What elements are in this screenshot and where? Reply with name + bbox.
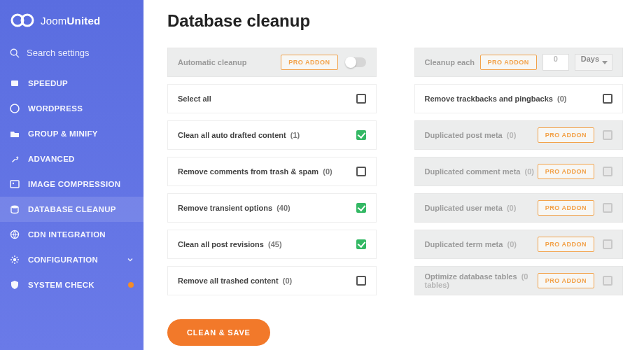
select-all-checkbox[interactable] xyxy=(356,94,366,104)
nav-database-cleanup[interactable]: DATABASE CLEANUP xyxy=(0,197,144,222)
main: Database cleanup Automatic cleanup PRO A… xyxy=(144,0,644,350)
checkbox[interactable] xyxy=(356,276,366,286)
row-label: Remove trackbacks and pingbacks (0) xyxy=(425,94,603,103)
pro-addon-badge: PRO ADDON xyxy=(538,200,594,216)
search-placeholder: Search settings xyxy=(27,48,90,58)
svg-rect-4 xyxy=(11,80,18,86)
page-title: Database cleanup xyxy=(167,11,623,31)
checkbox-disabled xyxy=(603,276,612,286)
row-label: Remove comments from trash & spam (0) xyxy=(178,167,356,176)
automatic-cleanup-row: Automatic cleanup PRO ADDON xyxy=(167,48,377,77)
cleanup-option-row[interactable]: Remove comments from trash & spam (0) xyxy=(167,157,377,186)
cleanup-option-row[interactable]: Remove transient options (40) xyxy=(167,193,377,223)
nav-group-minify[interactable]: GROUP & MINIFY xyxy=(0,121,144,146)
alert-dot-icon xyxy=(128,282,134,288)
clean-save-button[interactable]: CLEAN & SAVE xyxy=(167,319,270,346)
checkbox-disabled xyxy=(603,167,612,176)
automatic-cleanup-toggle[interactable] xyxy=(346,57,366,67)
pro-option-row: Duplicated post meta (0)PRO ADDON xyxy=(414,120,624,150)
row-label: Duplicated comment meta (0) xyxy=(425,167,538,176)
checkbox[interactable] xyxy=(356,167,366,176)
nav-speedup[interactable]: SPEEDUP xyxy=(0,71,144,96)
row-label: Optimize database tables (0 tables) xyxy=(425,272,538,289)
svg-line-3 xyxy=(16,55,19,57)
svg-point-2 xyxy=(10,49,17,55)
svg-point-5 xyxy=(10,104,19,113)
checkbox[interactable] xyxy=(356,239,366,249)
checkbox[interactable] xyxy=(356,130,366,140)
search-icon xyxy=(10,48,20,58)
nav-advanced[interactable]: ADVANCED xyxy=(0,146,144,172)
search-input[interactable]: Search settings xyxy=(0,41,144,71)
brand-text: JoomUnited xyxy=(41,15,100,27)
svg-point-7 xyxy=(13,183,14,184)
select-all-label: Select all xyxy=(178,94,356,103)
nav-configuration[interactable]: CONFIGURATION xyxy=(0,247,144,272)
checkbox[interactable] xyxy=(356,203,366,213)
svg-rect-6 xyxy=(10,181,19,188)
nav: SPEEDUP WORDPRESS GROUP & MINIFY ADVANCE… xyxy=(0,71,144,298)
triangle-down-icon xyxy=(602,61,608,64)
row-label: Duplicated term meta (0) xyxy=(425,240,538,248)
cleanup-each-input[interactable]: 0 xyxy=(542,54,569,71)
pro-option-row: Duplicated term meta (0)PRO ADDON xyxy=(414,230,624,259)
pro-addon-badge: PRO ADDON xyxy=(538,127,594,143)
svg-point-8 xyxy=(11,206,18,209)
sidebar: JoomUnited Search settings SPEEDUP WORDP… xyxy=(0,0,144,350)
pro-addon-badge: PRO ADDON xyxy=(538,237,594,252)
select-all-row[interactable]: Select all xyxy=(167,84,377,113)
pro-option-row: Duplicated user meta (0)PRO ADDON xyxy=(414,193,624,223)
svg-point-10 xyxy=(13,258,16,261)
row-label: Remove all trashed content (0) xyxy=(178,276,356,285)
checkbox[interactable] xyxy=(603,94,612,104)
wordpress-icon xyxy=(10,104,20,113)
remove-trackbacks-row[interactable]: Remove trackbacks and pingbacks (0) xyxy=(414,84,624,113)
chevron-down-icon xyxy=(127,256,134,263)
globe-icon xyxy=(10,230,20,239)
row-label: Clean all post revisions (45) xyxy=(178,240,356,248)
gauge-icon xyxy=(10,78,20,88)
database-icon xyxy=(10,204,20,214)
pro-addon-badge: PRO ADDON xyxy=(538,273,594,288)
pro-addon-badge: PRO ADDON xyxy=(281,55,337,70)
cleanup-each-row: Cleanup each PRO ADDON 0 Days xyxy=(414,48,624,77)
nav-system-check[interactable]: SYSTEM CHECK xyxy=(0,272,144,298)
brand: JoomUnited xyxy=(0,8,144,41)
image-icon xyxy=(10,179,20,189)
row-label: Duplicated user meta (0) xyxy=(425,204,538,212)
checkbox-disabled xyxy=(603,130,612,140)
cleanup-option-row[interactable]: Clean all post revisions (45) xyxy=(167,230,377,259)
pro-addon-badge: PRO ADDON xyxy=(480,55,537,70)
cleanup-option-row[interactable]: Remove all trashed content (0) xyxy=(167,266,377,295)
nav-image-compression[interactable]: IMAGE COMPRESSION xyxy=(0,172,144,197)
cleanup-option-row[interactable]: Clean all auto drafted content (1) xyxy=(167,120,377,150)
brand-logo-icon xyxy=(10,13,35,28)
pro-option-row: Optimize database tables (0 tables)PRO A… xyxy=(414,266,624,295)
right-column: Cleanup each PRO ADDON 0 Days Remove tra… xyxy=(414,48,624,346)
automatic-cleanup-label: Automatic cleanup xyxy=(178,58,281,66)
cleanup-each-unit-select[interactable]: Days xyxy=(575,54,612,71)
nav-wordpress[interactable]: WORDPRESS xyxy=(0,96,144,121)
pro-option-row: Duplicated comment meta (0)PRO ADDON xyxy=(414,157,624,186)
row-label: Clean all auto drafted content (1) xyxy=(178,131,356,139)
pro-addon-badge: PRO ADDON xyxy=(538,164,594,179)
checkbox-disabled xyxy=(603,203,612,213)
shield-icon xyxy=(10,280,20,290)
folder-icon xyxy=(10,129,20,139)
cleanup-each-label: Cleanup each xyxy=(425,58,480,66)
wrench-icon xyxy=(10,154,20,164)
gear-icon xyxy=(10,255,20,265)
checkbox-disabled xyxy=(603,239,612,249)
left-column: Automatic cleanup PRO ADDON Select all C… xyxy=(167,48,377,346)
row-label: Remove transient options (40) xyxy=(178,204,356,212)
row-label: Duplicated post meta (0) xyxy=(425,131,538,139)
nav-cdn-integration[interactable]: CDN INTEGRATION xyxy=(0,222,144,247)
